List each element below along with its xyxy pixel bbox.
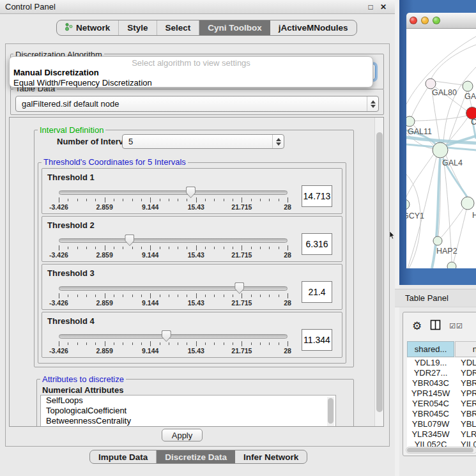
- network-node[interactable]: [433, 142, 448, 158]
- network-canvas[interactable]: GAL80GACGAL11GAL4GCY1HHAP2: [406, 29, 476, 268]
- tick-label: 15.43: [188, 347, 204, 355]
- table-row[interactable]: YPR145WYPR1: [407, 388, 476, 399]
- tab-jactivemnodules[interactable]: jActiveMNodules: [270, 20, 357, 35]
- tab-style[interactable]: Style: [119, 20, 157, 35]
- slider-tick-labels: -3.4262.8599.14415.4321.71528: [59, 203, 288, 211]
- tab-label: Network: [76, 23, 110, 33]
- slider-track[interactable]: [59, 286, 288, 291]
- tab-discretize-data[interactable]: Discretize Data: [157, 450, 235, 463]
- network-node[interactable]: [447, 262, 456, 268]
- tick-label: 28: [284, 203, 291, 211]
- apply-button[interactable]: Apply: [162, 429, 203, 441]
- slider-track[interactable]: [59, 238, 288, 243]
- network-edge: [415, 116, 467, 121]
- tick-label: -3.426: [49, 347, 68, 355]
- cell-shared-name[interactable]: YER054C: [407, 399, 454, 409]
- network-edge: [411, 88, 427, 117]
- split-pane-divider[interactable]: [395, 0, 399, 476]
- slider-ticks: [59, 245, 288, 250]
- columns-icon[interactable]: [430, 319, 441, 332]
- threshold-value-input[interactable]: 11.344: [302, 329, 332, 351]
- cell-shared-name[interactable]: YDL19...: [407, 358, 454, 368]
- cell-name[interactable]: YDL1: [454, 358, 476, 368]
- horizontal-scrollbar[interactable]: [406, 447, 476, 454]
- cell-name[interactable]: YBR0: [454, 409, 476, 419]
- control-panel-window: Control Panel □ ✕ Network Style Select C…: [0, 0, 395, 476]
- tick-label: 28: [284, 347, 291, 355]
- threshold-slider[interactable]: -3.4262.8599.14415.4321.71528: [59, 282, 288, 308]
- slider-handle[interactable]: [234, 282, 244, 294]
- cell-shared-name[interactable]: YDR27...: [407, 368, 454, 378]
- menu-item-manual-discretization[interactable]: Manual Discretization: [13, 68, 369, 78]
- network-node[interactable]: [406, 116, 415, 127]
- threshold-slider[interactable]: -3.4262.8599.14415.4321.71528: [59, 234, 288, 260]
- slider-track[interactable]: [59, 334, 288, 339]
- table-row[interactable]: YDR27...YDR2: [407, 368, 476, 378]
- list-item[interactable]: TopologicalCoefficient: [41, 406, 335, 416]
- table-data-combobox[interactable]: galFiltered.sif default node: [15, 96, 379, 112]
- threshold-value-input[interactable]: 6.316: [302, 233, 332, 255]
- cell-shared-name[interactable]: YBL079W: [407, 419, 454, 429]
- scrollbar-thumb[interactable]: [376, 132, 383, 412]
- column-header-name[interactable]: na: [455, 341, 476, 357]
- threshold-slider[interactable]: -3.4262.8599.14415.4321.71528: [59, 187, 288, 212]
- tab-label: Discretize Data: [165, 452, 227, 462]
- tab-label: Infer Network: [243, 452, 298, 462]
- menu-item-equal-width-frequency[interactable]: Equal Width/Frequency Discretization: [13, 78, 369, 88]
- threshold-slider[interactable]: -3.4262.8599.14415.4321.71528: [59, 330, 288, 356]
- threshold-value-input[interactable]: 21.4: [302, 281, 332, 303]
- table-row[interactable]: YDL19...YDL1: [407, 358, 476, 368]
- cell-shared-name[interactable]: YBR045C: [407, 409, 454, 419]
- cell-name[interactable]: YPR1: [454, 388, 476, 399]
- network-node[interactable]: [461, 197, 474, 210]
- list-item[interactable]: BetweennessCentrality: [41, 416, 335, 426]
- table-row[interactable]: YER054CYER0: [407, 399, 476, 409]
- cell-name[interactable]: YLR3: [454, 429, 476, 440]
- slider-handle[interactable]: [186, 187, 196, 198]
- network-node-label: GAL4: [442, 158, 463, 167]
- table-row[interactable]: YBR043CYBR0: [407, 378, 476, 388]
- tab-cyni-toolbox[interactable]: Cyni Toolbox: [199, 20, 270, 35]
- stepper-icon[interactable]: [272, 135, 284, 148]
- cell-shared-name[interactable]: YBR043C: [407, 378, 454, 388]
- tab-select[interactable]: Select: [157, 20, 200, 35]
- table-panel: ⚙ ☑☑ shared... na YDL19...YDL1YDR27...YD…: [403, 312, 476, 456]
- cell-shared-name[interactable]: YLR345W: [407, 429, 454, 440]
- cell-shared-name[interactable]: YPR145W: [407, 388, 454, 399]
- slider-track[interactable]: [59, 190, 288, 195]
- gear-icon[interactable]: ⚙: [412, 319, 422, 333]
- network-node[interactable]: [406, 199, 410, 210]
- minimize-traffic-light-icon[interactable]: [421, 17, 429, 24]
- scrollbar-thumb[interactable]: [407, 448, 473, 452]
- column-header-shared-name[interactable]: shared...: [407, 341, 454, 357]
- tab-infer-network[interactable]: Infer Network: [235, 450, 307, 463]
- number-of-intervals-value: 5: [128, 137, 133, 146]
- stepper-icon[interactable]: [367, 96, 378, 111]
- network-node[interactable]: [426, 79, 436, 89]
- slider-handle[interactable]: [125, 234, 134, 246]
- vertical-scrollbar[interactable]: [374, 118, 383, 426]
- network-node[interactable]: [433, 236, 442, 245]
- table-row[interactable]: YBR045CYBR0: [407, 409, 476, 419]
- zoom-traffic-light-icon[interactable]: [433, 17, 440, 24]
- close-traffic-light-icon[interactable]: [410, 17, 417, 24]
- slider-handle[interactable]: [162, 330, 171, 342]
- tab-network[interactable]: Network: [57, 20, 119, 35]
- table-row[interactable]: YBL079WYBL0: [407, 419, 476, 429]
- number-of-intervals-combobox[interactable]: 5: [122, 134, 284, 149]
- select-columns-checkboxes-icon[interactable]: ☑☑: [449, 322, 463, 330]
- tick-label: 21.715: [231, 347, 252, 355]
- close-icon[interactable]: ✕: [377, 3, 390, 12]
- cell-name[interactable]: YBL0: [454, 419, 476, 429]
- float-window-icon[interactable]: □: [364, 3, 377, 12]
- network-node-label: GAL11: [408, 127, 432, 136]
- cell-name[interactable]: YDR2: [454, 368, 476, 378]
- cell-name[interactable]: YER0: [454, 399, 476, 409]
- list-scrollbar[interactable]: [327, 397, 334, 427]
- tab-impute-data[interactable]: Impute Data: [90, 450, 157, 463]
- network-node[interactable]: [463, 81, 473, 91]
- threshold-value-input[interactable]: 14.713: [302, 185, 332, 207]
- list-item[interactable]: SelfLoops: [41, 395, 335, 406]
- cell-name[interactable]: YBR0: [454, 378, 476, 388]
- table-row[interactable]: YLR345WYLR3: [407, 429, 476, 440]
